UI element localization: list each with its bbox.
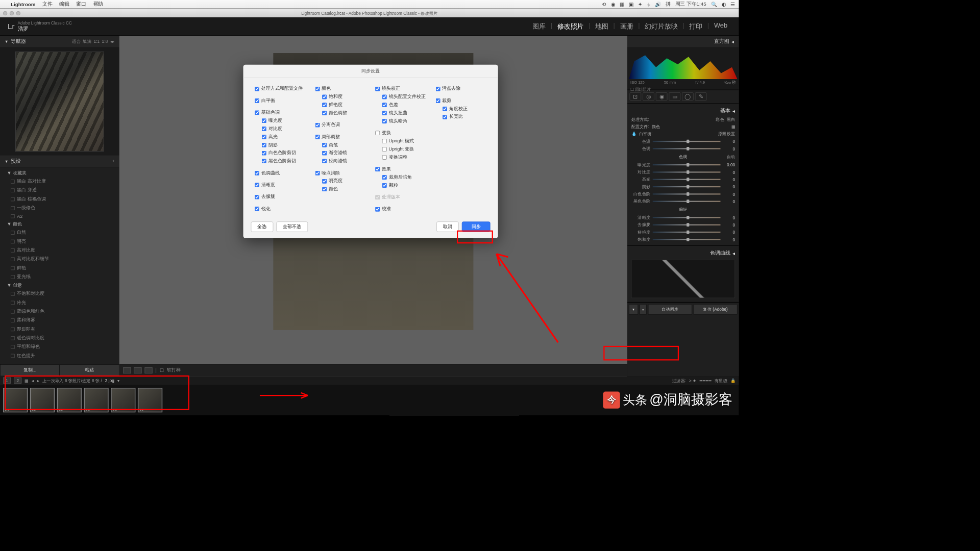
menu-edit[interactable]: 编辑 <box>59 1 69 8</box>
eyedropper-icon[interactable]: 💧 <box>631 132 637 137</box>
sync-checkbox-颜色[interactable]: 颜色 <box>315 185 366 193</box>
preset-item[interactable]: 黑白 棕褐色调 <box>0 195 119 204</box>
siri-icon[interactable]: ◐ <box>722 2 726 7</box>
preset-item[interactable]: 冷光 <box>0 298 119 307</box>
preset-item[interactable]: 亚光纸 <box>0 272 119 281</box>
sync-checkbox-渐变滤镜[interactable]: 渐变滤镜 <box>315 149 366 157</box>
navigator-preview[interactable] <box>0 47 119 155</box>
film-thumb[interactable] <box>111 388 135 412</box>
shadows-slider[interactable] <box>653 186 721 187</box>
exposure-slider[interactable] <box>653 164 721 165</box>
sync-checkbox-白平衡[interactable]: 白平衡 <box>255 96 306 105</box>
sync-checkbox-噪点消除[interactable]: 噪点消除 <box>315 169 366 177</box>
sync-checkbox-变换[interactable]: 变换 <box>375 129 426 137</box>
nav-slideshow[interactable]: 幻灯片放映 <box>641 21 681 31</box>
status-icon[interactable]: ◉ <box>611 2 615 7</box>
preset-item[interactable]: 蓝绿色和红色 <box>0 307 119 316</box>
profile-grid-icon[interactable]: ▦ <box>731 124 736 130</box>
zoom-ratio[interactable]: 1:8 <box>102 39 108 44</box>
contrast-slider[interactable] <box>653 171 721 172</box>
sync-checkbox-镜头配置文件校正[interactable]: 镜头配置文件校正 <box>375 93 426 101</box>
dehaze-slider[interactable] <box>653 224 721 226</box>
grid-icon[interactable]: ▦ <box>24 378 29 383</box>
nav-map[interactable]: 地图 <box>592 21 612 31</box>
preset-item[interactable]: 红色提升 <box>0 351 119 360</box>
treatment-bw[interactable]: 黑白 <box>727 116 736 122</box>
compare-icon[interactable] <box>134 367 141 373</box>
preset-item[interactable]: 黑白 穿透 <box>0 186 119 194</box>
sync-checkbox-色差[interactable]: 色差 <box>375 101 426 109</box>
status-icon[interactable]: ✦ <box>638 2 642 7</box>
autosync-button[interactable]: 自动同步 <box>648 304 692 314</box>
preset-item[interactable]: 柔和薄雾 <box>0 316 119 324</box>
radial-tool-icon[interactable]: ◯ <box>682 92 694 101</box>
filter-lock-icon[interactable]: 🔒 <box>730 378 736 383</box>
clarity-slider[interactable] <box>653 217 721 218</box>
wifi-icon[interactable]: ⏚ <box>647 2 650 7</box>
preset-list[interactable]: ▼ 收藏夹黑白 高对比度黑白 穿透黑白 棕褐色调一级修色A2▼ 颜色自然明亮高对… <box>0 167 119 364</box>
monitor-1[interactable]: 1 <box>3 378 11 384</box>
sync-checkbox-径向滤镜[interactable]: 径向滤镜 <box>315 157 366 165</box>
sync-checkbox-锐化[interactable]: 锐化 <box>255 205 306 213</box>
status-icon[interactable]: ▦ <box>620 2 624 7</box>
preset-group[interactable]: ▼ 创意 <box>0 281 119 289</box>
sync-checkbox-镜头校正[interactable]: 镜头校正 <box>375 85 426 93</box>
temp-slider[interactable] <box>653 141 721 142</box>
sync-checkbox-角度校正[interactable]: 角度校正 <box>435 105 486 113</box>
film-thumb[interactable] <box>84 388 108 412</box>
nav-library[interactable]: 图库 <box>529 21 550 31</box>
sync-switch-icon[interactable]: ▾ <box>629 304 638 314</box>
histogram-header[interactable]: 直方图 ◂ <box>627 36 739 47</box>
preset-item[interactable]: 平坦和绿色 <box>0 342 119 351</box>
menu-window[interactable]: 窗口 <box>76 1 86 8</box>
navigator-header[interactable]: ▼ 导航器 适合 填满 1:1 1:8 ◂▸ <box>0 36 119 47</box>
treatment-color[interactable]: 彩色 <box>716 116 724 122</box>
sync-checkbox-Upright 模式[interactable]: Upright 模式 <box>375 137 426 145</box>
tint-slider[interactable] <box>653 148 721 149</box>
softproof-check[interactable]: ☐ <box>160 367 164 373</box>
preset-item[interactable]: A2 <box>0 212 119 220</box>
status-icon[interactable]: ▣ <box>629 2 633 7</box>
menu-help[interactable]: 帮助 <box>93 1 104 8</box>
gradient-tool-icon[interactable]: ▭ <box>669 92 680 101</box>
select-all-button[interactable]: 全选 <box>251 221 274 232</box>
sync-checkbox-黑色色阶剪切[interactable]: 黑色色阶剪切 <box>255 157 306 165</box>
auto-button[interactable]: 自动 <box>727 154 736 160</box>
input-icon[interactable]: 拼 <box>666 1 671 8</box>
sync-checkbox[interactable]: ▪ <box>640 304 647 314</box>
search-icon[interactable]: 🔍 <box>711 2 717 7</box>
preset-item[interactable]: 高对比度 <box>0 246 119 255</box>
sync-checkbox-基础色调[interactable]: 基础色调 <box>255 109 306 117</box>
nav-next-icon[interactable]: ▸ <box>37 378 40 383</box>
sync-checkbox-颜色调整[interactable]: 颜色调整 <box>315 109 366 117</box>
sync-checkbox-对比度[interactable]: 对比度 <box>255 124 306 133</box>
nav-print[interactable]: 打印 <box>685 21 706 31</box>
preset-item[interactable]: 自然 <box>0 228 119 237</box>
nav-prev-icon[interactable]: ◂ <box>32 378 34 383</box>
brush-tool-icon[interactable]: ✎ <box>695 92 707 101</box>
status-icon[interactable]: ⟲ <box>602 2 606 7</box>
sync-checkbox-颗粒[interactable]: 颗粒 <box>375 181 426 189</box>
sync-checkbox-白色色阶剪切[interactable]: 白色色阶剪切 <box>255 149 306 157</box>
histogram[interactable]: ISO 125 50 mm f / 4.9 ¹⁄₄₀₀ 秒 ☐ 原始照片 <box>627 47 739 90</box>
chevron-down-icon[interactable]: ▾ <box>117 378 120 383</box>
tone-curve[interactable] <box>631 260 736 298</box>
sync-button[interactable]: 同步 <box>462 221 491 232</box>
saturation-slider[interactable] <box>653 239 721 240</box>
sync-checkbox-鲜艳度[interactable]: 鲜艳度 <box>315 101 366 109</box>
add-icon[interactable]: + <box>112 159 115 163</box>
preset-item[interactable]: 一级修色 <box>0 204 119 212</box>
preset-item[interactable]: 高对比度和细节 <box>0 255 119 263</box>
presets-header[interactable]: ▼ 预设 + <box>0 156 119 167</box>
select-none-button[interactable]: 全部不选 <box>276 221 308 232</box>
preset-group[interactable]: ▼ 收藏夹 <box>0 169 119 177</box>
sync-checkbox-污点去除[interactable]: 污点去除 <box>435 85 486 93</box>
sync-checkbox-色调曲线[interactable]: 色调曲线 <box>255 169 306 177</box>
original-photo[interactable]: 原始照片 <box>635 87 650 91</box>
sync-checkbox-去朦胧[interactable]: 去朦胧 <box>255 193 306 201</box>
film-thumb[interactable] <box>138 388 162 412</box>
reset-button[interactable]: 复位 (Adobe) <box>694 304 738 314</box>
sync-checkbox-局部调整[interactable]: 局部调整 <box>315 133 366 141</box>
notif-icon[interactable]: ☰ <box>730 2 735 7</box>
sync-checkbox-裁剪后暗角[interactable]: 裁剪后暗角 <box>375 173 426 181</box>
